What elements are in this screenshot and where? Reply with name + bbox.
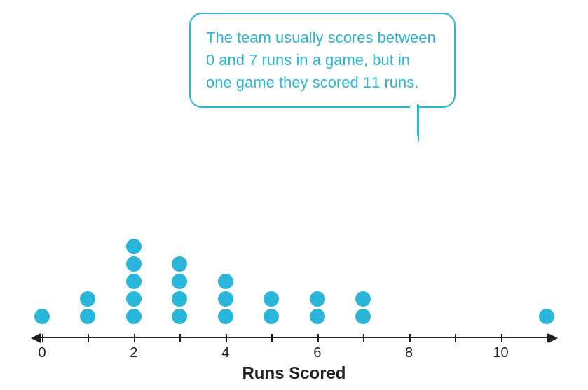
tick-10 — [501, 334, 502, 342]
tick-label-8: 8 — [405, 344, 413, 361]
dot-x4-s1 — [218, 291, 233, 307]
dot-x2-s0 — [126, 309, 142, 324]
tick-label-10: 10 — [493, 344, 508, 361]
dot-x6-s0 — [310, 309, 325, 324]
tick-6 — [317, 334, 319, 342]
tick-label-6: 6 — [313, 344, 321, 361]
dot-x5-s0 — [264, 309, 279, 324]
dot-x4-s0 — [218, 309, 233, 324]
dot-x2-s3 — [126, 256, 142, 272]
dot-plot: 0246810 — [28, 124, 561, 348]
dot-x0-s0 — [34, 309, 50, 324]
tick-5 — [271, 334, 273, 342]
axis-arrow-right — [548, 333, 558, 343]
dot-x3-s0 — [172, 309, 187, 324]
dot-x3-s3 — [172, 256, 187, 272]
axis-arrow-left — [31, 333, 41, 343]
dot-x3-s2 — [172, 274, 187, 289]
dot-x2-s2 — [126, 274, 142, 289]
number-line: 0246810 — [28, 327, 561, 348]
tick-label-0: 0 — [38, 344, 46, 361]
tick-8 — [409, 334, 411, 342]
bubble-text: The team usually scores between 0 and 7 … — [206, 29, 436, 91]
axis-line — [35, 337, 554, 338]
dot-x4-s2 — [218, 274, 233, 289]
tick-7 — [363, 334, 364, 342]
dot-x5-s1 — [264, 291, 279, 307]
tick-0 — [42, 334, 43, 342]
dot-x11-s0 — [539, 309, 554, 324]
tick-11 — [547, 334, 548, 342]
tick-1 — [88, 334, 89, 342]
dot-x1-s1 — [80, 291, 95, 307]
tick-label-4: 4 — [221, 344, 229, 361]
dot-x2-s4 — [126, 239, 142, 254]
tick-3 — [179, 334, 181, 342]
dot-x1-s0 — [80, 309, 95, 324]
tick-label-2: 2 — [130, 344, 137, 361]
tick-9 — [455, 334, 456, 342]
dot-x7-s0 — [355, 309, 371, 324]
tick-4 — [226, 334, 227, 342]
dot-x7-s1 — [355, 291, 371, 307]
speech-bubble: The team usually scores between 0 and 7 … — [189, 13, 456, 108]
axis-label: Runs Scored — [0, 363, 588, 383]
dot-x2-s1 — [126, 291, 142, 307]
tick-2 — [134, 334, 135, 342]
main-container: The team usually scores between 0 and 7 … — [0, 0, 588, 390]
dot-x3-s1 — [172, 291, 187, 307]
dot-x6-s1 — [310, 291, 325, 307]
